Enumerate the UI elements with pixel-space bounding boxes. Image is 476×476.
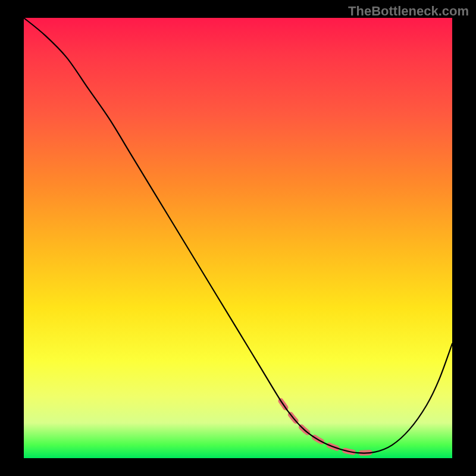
watermark-text: TheBottleneck.com	[348, 4, 469, 19]
chart-svg	[24, 18, 452, 458]
bottleneck-curve	[24, 18, 452, 453]
chart-plot-area	[24, 18, 452, 458]
